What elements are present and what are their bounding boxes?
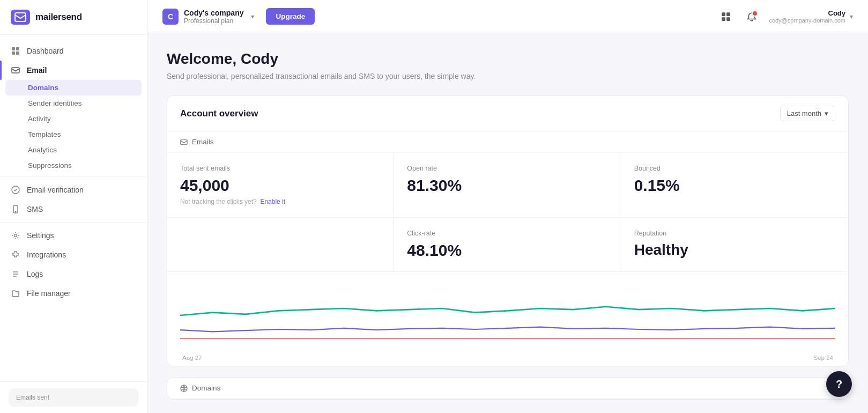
no-tracking-text: Not tracking the clicks yet?	[180, 198, 257, 205]
domains-section-label: Domains	[167, 378, 848, 399]
company-info: Cody's company Professional plan	[184, 9, 243, 25]
reputation-cell: Reputation Healthy	[621, 218, 848, 271]
sidebar-item-settings[interactable]: Settings	[0, 226, 147, 245]
sidebar-item-dashboard[interactable]: Dashboard	[0, 41, 147, 61]
open-rate-cell: Open rate 81.30%	[394, 153, 621, 217]
sidebar-sub-item-suppressions[interactable]: Suppressions	[0, 158, 147, 173]
upgrade-button[interactable]: Upgrade	[266, 8, 315, 25]
sidebar-sub-item-templates-label: Templates	[28, 130, 61, 138]
click-rate-label: Click-rate	[407, 230, 607, 237]
help-button[interactable]: ?	[826, 371, 852, 397]
notification-bell-icon[interactable]	[743, 8, 760, 25]
list-icon	[11, 269, 20, 279]
sidebar: mailersend Dashboard Email Domains Sende…	[0, 0, 147, 413]
sidebar-sub-item-activity-label: Activity	[28, 115, 51, 123]
user-email: cody@company-domain.com	[769, 17, 845, 24]
user-info[interactable]: Cody cody@company-domain.com ▾	[769, 9, 853, 24]
sidebar-sub-item-suppressions-label: Suppressions	[28, 161, 72, 169]
svg-rect-4	[16, 51, 19, 55]
sidebar-item-sms[interactable]: SMS	[0, 200, 147, 219]
user-name: Cody	[828, 9, 846, 17]
sidebar-sub-item-analytics[interactable]: Analytics	[0, 142, 147, 158]
chart-area: Aug 27 Sep 24	[167, 272, 848, 366]
sidebar-sub-item-activity[interactable]: Activity	[0, 111, 147, 127]
main-content: C Cody's company Professional plan ▾ Upg…	[147, 0, 868, 413]
logo-text: mailersend	[35, 12, 82, 23]
open-rate-value: 81.30%	[407, 176, 607, 195]
svg-rect-5	[12, 68, 19, 73]
company-chevron-icon[interactable]: ▾	[251, 13, 254, 20]
puzzle-icon	[11, 250, 20, 260]
svg-rect-14	[181, 139, 187, 144]
globe-icon	[180, 385, 188, 392]
svg-rect-10	[722, 12, 726, 16]
topbar-right: Cody cody@company-domain.com ▾	[717, 8, 853, 25]
open-rate-label: Open rate	[407, 165, 607, 172]
sidebar-sub-item-analytics-label: Analytics	[28, 146, 57, 154]
reputation-label: Reputation	[634, 230, 835, 237]
svg-point-9	[14, 234, 17, 237]
sidebar-sub-item-templates[interactable]: Templates	[0, 127, 147, 142]
bounced-value: 0.15%	[634, 176, 835, 195]
email-section-icon	[180, 138, 188, 146]
phone-icon	[11, 204, 20, 214]
date-range-selector[interactable]: Last month ▾	[780, 106, 835, 121]
logo-area: mailersend	[0, 0, 147, 35]
chart-start-label: Aug 27	[182, 355, 202, 361]
click-rate-value: 48.10%	[407, 241, 607, 260]
svg-rect-3	[12, 51, 15, 55]
svg-rect-12	[722, 17, 726, 21]
nav-divider-1	[0, 176, 147, 177]
domains-section-card: Domains	[167, 377, 849, 400]
account-overview-card: Account overview Last month ▾ Emails Tot…	[167, 95, 849, 366]
sidebar-item-integrations[interactable]: Integrations	[0, 245, 147, 264]
sidebar-item-sms-label: SMS	[27, 205, 43, 213]
card-title: Account overview	[180, 108, 258, 119]
user-chevron-icon: ▾	[850, 13, 853, 20]
sidebar-item-logs-label: Logs	[27, 270, 43, 278]
page-content: Welcome, Cody Send professional, persona…	[147, 33, 868, 413]
company-plan: Professional plan	[184, 17, 243, 25]
domains-section-label-text: Domains	[192, 384, 220, 392]
page-subtitle: Send professional, personalized transact…	[167, 72, 849, 80]
stats-grid-2: Click-rate 48.10% Reputation Healthy	[167, 218, 848, 272]
help-icon: ?	[836, 378, 842, 390]
sidebar-item-logs[interactable]: Logs	[0, 264, 147, 284]
card-header: Account overview Last month ▾	[167, 96, 848, 131]
total-sent-sub: Not tracking the clicks yet? Enable it	[180, 198, 381, 205]
sidebar-item-email-verification[interactable]: Email verification	[0, 180, 147, 200]
chart-placeholder-cell	[167, 218, 394, 271]
svg-rect-11	[727, 12, 731, 16]
enable-it-link[interactable]: Enable it	[260, 198, 285, 205]
grid-icon	[11, 46, 20, 56]
sidebar-item-email[interactable]: Email	[0, 61, 147, 80]
emails-sent-label: Emails sent	[16, 394, 49, 401]
emails-section-label-text: Emails	[192, 138, 214, 146]
sidebar-bottom: Emails sent	[0, 381, 147, 413]
total-sent-cell: Total sent emails 45,000 Not tracking th…	[167, 153, 394, 217]
logo-svg	[14, 12, 26, 22]
sidebar-sub-item-sender-identities-label: Sender identities	[28, 99, 82, 107]
folder-icon	[11, 289, 20, 298]
sidebar-item-email-label: Email	[27, 66, 47, 75]
reputation-value: Healthy	[634, 241, 835, 259]
bounced-cell: Bounced 0.15%	[621, 153, 848, 217]
svg-rect-0	[15, 13, 26, 21]
svg-rect-13	[727, 17, 731, 21]
sidebar-sub-item-domains[interactable]: Domains	[5, 80, 142, 95]
sidebar-item-dashboard-label: Dashboard	[27, 47, 64, 55]
company-name: Cody's company	[184, 9, 243, 17]
grid-view-icon[interactable]	[717, 8, 735, 25]
sidebar-item-file-manager-label: File manager	[27, 289, 71, 298]
sidebar-item-file-manager[interactable]: File manager	[0, 284, 147, 303]
svg-rect-1	[12, 47, 15, 50]
sidebar-sub-item-sender-identities[interactable]: Sender identities	[0, 95, 147, 111]
sidebar-item-email-verification-label: Email verification	[27, 186, 84, 194]
line-chart	[180, 281, 835, 350]
stats-grid: Total sent emails 45,000 Not tracking th…	[167, 153, 848, 218]
sidebar-item-settings-label: Settings	[27, 231, 54, 240]
chart-end-label: Sep 24	[814, 355, 833, 361]
svg-point-8	[15, 211, 16, 212]
sidebar-sub-item-domains-label: Domains	[28, 84, 58, 92]
chart-labels: Aug 27 Sep 24	[180, 355, 835, 361]
